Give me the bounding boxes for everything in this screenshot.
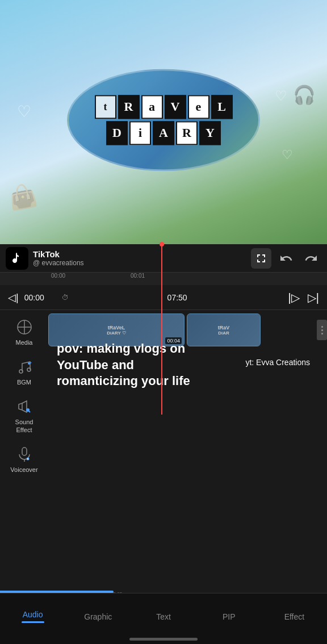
tab-pip[interactable]: PIP [196, 593, 262, 644]
tab-audio-label: Audio [23, 610, 43, 619]
sound-effect-icon [16, 399, 32, 417]
oval-logo-container: t R a V e L D i A R Y [67, 69, 260, 171]
svg-point-5 [28, 362, 30, 365]
timeline-header: TikTok @ evvacreations [0, 244, 327, 273]
sidebar-item-media[interactable]: Media [0, 313, 48, 352]
letter-i: i [129, 121, 151, 145]
voiceover-icon [16, 446, 32, 465]
home-indicator [129, 638, 198, 641]
tab-graphic-label: Graphic [84, 612, 112, 621]
media-icon [16, 319, 32, 337]
timeline-controls: ◁| 00:00 ⏱ 07:50 |▷ ▷| [0, 285, 327, 310]
tab-effect-label: Effect [284, 612, 305, 621]
deco-heart-left-icon: ♡ [17, 102, 31, 121]
overlay-credit: yt: Evva Creations [245, 358, 310, 367]
tab-audio-underline [22, 621, 44, 623]
tab-pip-label: PIP [223, 612, 236, 621]
bgm-icon [16, 359, 32, 377]
current-time-display: 00:00 [24, 293, 58, 302]
deco-heart-right-icon: ♡ [282, 148, 293, 162]
letter-y: Y [199, 121, 221, 145]
voiceover-label: Voiceover [10, 466, 37, 474]
play-back-button[interactable]: ◁| [6, 289, 21, 306]
timeline-ruler: 00:00 00:01 [0, 273, 327, 285]
letter-a: a [141, 95, 163, 119]
tiktok-info: TikTok @ evvacreations [33, 249, 244, 267]
tab-audio[interactable]: Audio [0, 593, 65, 644]
overlay-text-block: pov: making vlogs on YouTube and romanti… [57, 341, 204, 390]
expand-button[interactable] [251, 248, 271, 269]
svg-line-8 [29, 411, 30, 412]
letter-a2: A [153, 121, 174, 145]
bgm-label: BGM [17, 379, 31, 386]
sound-effect-label: SoundEffect [15, 419, 33, 433]
overlay-main-text: pov: making vlogs on YouTube and romanti… [57, 341, 204, 390]
deco-heart-top-icon: ♡ [275, 88, 287, 104]
sidebar-item-sound-effect[interactable]: SoundEffect [0, 393, 48, 439]
total-time-display: 07:50 [72, 293, 283, 302]
ruler-time-0: 00:00 [51, 273, 65, 279]
playhead [161, 244, 162, 415]
tab-bar: Audio Graphic Text PIP Effect [0, 593, 327, 644]
editor-area: TikTok @ evvacreations 00:00 00:01 ◁| 00 [0, 244, 327, 644]
letter-t: t [95, 95, 116, 119]
media-label: Media [16, 339, 33, 346]
tab-effect[interactable]: Effect [262, 593, 327, 644]
tiktok-handle: @ evvacreations [33, 259, 244, 267]
sidebar-item-bgm[interactable]: BGM [0, 353, 48, 392]
travel-diary-text: t R a V e L D i A R Y [95, 95, 233, 145]
skip-end-button[interactable]: ▷| [305, 288, 321, 307]
tiktok-logo [6, 247, 28, 270]
redo-button[interactable] [301, 248, 321, 269]
deco-headphone-icon: 🎧 [293, 84, 316, 106]
letter-e: e [188, 95, 209, 119]
sidebar: Media BGM [0, 310, 48, 483]
tab-text-label: Text [156, 612, 171, 621]
svg-rect-9 [22, 448, 27, 455]
tiktok-name: TikTok [33, 249, 244, 259]
skip-frame-button[interactable]: |▷ [286, 288, 302, 307]
tab-text[interactable]: Text [131, 593, 196, 644]
deco-bag-icon: 👜 [6, 181, 39, 212]
letter-v: V [165, 95, 186, 119]
letter-d: D [106, 121, 128, 145]
tab-graphic[interactable]: Graphic [65, 593, 131, 644]
letter-l: L [211, 95, 233, 119]
sidebar-item-voiceover[interactable]: Voiceover [0, 441, 48, 479]
clip-handle[interactable] [317, 320, 327, 340]
letter-r: R [118, 95, 140, 119]
letter-r2: R [176, 121, 198, 145]
undo-button[interactable] [276, 248, 296, 269]
video-preview: ♡ 🎧 ♡ ♡ 👜 t R a V e L D i A R Y [0, 0, 327, 244]
ruler-time-1: 00:01 [131, 273, 145, 279]
time-separator: ⏱ [62, 294, 69, 302]
playhead-indicator [160, 242, 164, 246]
